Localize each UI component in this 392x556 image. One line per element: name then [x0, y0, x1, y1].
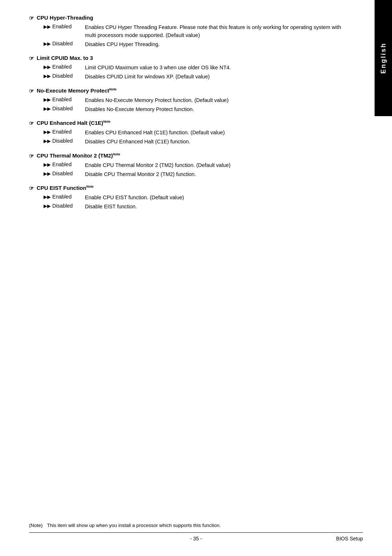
note-superscript: Note	[109, 87, 117, 91]
arrow-icon: ▶▶	[44, 203, 51, 209]
list-item: ▶▶ Enabled Enable CPU Thermal Monitor 2 …	[44, 162, 341, 169]
arrow-icon: ▶▶	[44, 97, 51, 102]
footer-note-text: This item will show up when you install …	[47, 523, 221, 528]
list-item: ▶▶ Enabled Enables No-Execute Memory Pro…	[44, 97, 341, 105]
section-limit-cpuid: ☞ Limit CPUID Max. to 3 ▶▶ Enabled Limit…	[29, 55, 341, 81]
main-content: ☞ CPU Hyper-Threading ▶▶ Enabled Enables…	[29, 15, 341, 211]
section-3-items: ▶▶ Enabled Enables No-Execute Memory Pro…	[44, 97, 341, 114]
section-icon-6: ☞	[29, 185, 34, 192]
footer-note-label: (Note)	[29, 523, 43, 528]
list-item: ▶▶ Disabled Disables CPUID Limit for win…	[44, 73, 341, 81]
list-item: ▶▶ Disabled Disable CPU Thermal Monitor …	[44, 171, 341, 179]
page-number: - 35 -	[140, 536, 252, 541]
item-label: Enabled	[52, 24, 85, 29]
section-icon-4: ☞	[29, 120, 34, 127]
arrow-icon: ▶▶	[44, 64, 51, 70]
list-item: ▶▶ Enabled Enables CPU Enhanced Halt (C1…	[44, 129, 341, 137]
arrow-icon: ▶▶	[44, 24, 51, 29]
list-item: ▶▶ Disabled Disables CPU Hyper Threading…	[44, 41, 341, 49]
list-item: ▶▶ Enabled Enable CPU EIST function. (De…	[44, 194, 341, 202]
section-1-items: ▶▶ Enabled Enables CPU Hyper Threading F…	[44, 24, 341, 48]
footer-note: (Note) This item will show up when you i…	[29, 523, 363, 528]
item-label: Enabled	[52, 97, 85, 102]
arrow-icon: ▶▶	[44, 138, 51, 144]
item-desc: Enables CPU Hyper Threading Feature. Ple…	[85, 24, 341, 40]
section-6-items: ▶▶ Enabled Enable CPU EIST function. (De…	[44, 194, 341, 211]
arrow-icon: ▶▶	[44, 194, 51, 200]
note-superscript: Note	[103, 120, 110, 123]
section-title-5: CPU Thermal Monitor 2 (TM2)Note	[37, 152, 120, 159]
item-label: Disabled	[52, 203, 85, 209]
item-label: Disabled	[52, 106, 85, 111]
section-cpu-eist: ☞ CPU EIST FunctionNote ▶▶ Enabled Enabl…	[29, 185, 341, 211]
section-cpu-enhanced-halt: ☞ CPU Enhanced Halt (C1E)Note ▶▶ Enabled…	[29, 120, 341, 146]
item-desc: Disables No-Execute Memory Protect funct…	[85, 106, 341, 114]
item-desc: Limit CPUID Maximum value to 3 when use …	[85, 64, 341, 72]
arrow-icon: ▶▶	[44, 129, 51, 135]
item-desc: Enable CPU Thermal Monitor 2 (TM2) funct…	[85, 162, 341, 169]
arrow-icon: ▶▶	[44, 162, 51, 167]
item-label: Enabled	[52, 64, 85, 70]
footer-bottom: - 35 - BIOS Setup	[29, 536, 363, 541]
list-item: ▶▶ Enabled Limit CPUID Maximum value to …	[44, 64, 341, 72]
list-item: ▶▶ Disabled Disables CPU Enhanced Halt (…	[44, 138, 341, 146]
item-desc: Enable CPU EIST function. (Default value…	[85, 194, 341, 202]
note-superscript: Note	[113, 152, 120, 156]
section-cpu-thermal-monitor: ☞ CPU Thermal Monitor 2 (TM2)Note ▶▶ Ena…	[29, 152, 341, 179]
item-desc: Disables CPU Hyper Threading.	[85, 41, 341, 49]
list-item: ▶▶ Enabled Enables CPU Hyper Threading F…	[44, 24, 341, 40]
arrow-icon: ▶▶	[44, 41, 51, 46]
section-icon-3: ☞	[29, 88, 34, 94]
arrow-icon: ▶▶	[44, 171, 51, 176]
section-icon-2: ☞	[29, 55, 34, 62]
section-4-items: ▶▶ Enabled Enables CPU Enhanced Halt (C1…	[44, 129, 341, 146]
section-5-items: ▶▶ Enabled Enable CPU Thermal Monitor 2 …	[44, 162, 341, 179]
page-footer: (Note) This item will show up when you i…	[29, 523, 363, 541]
item-desc: Disable CPU Thermal Monitor 2 (TM2) func…	[85, 171, 341, 179]
item-desc: Disables CPUID Limit for windows XP. (De…	[85, 73, 341, 81]
list-item: ▶▶ Disabled Disables No-Execute Memory P…	[44, 106, 341, 114]
section-title-3: No-Execute Memory ProtectNote	[37, 87, 117, 94]
section-icon-5: ☞	[29, 153, 34, 159]
section-title-2: Limit CPUID Max. to 3	[37, 55, 93, 61]
item-label: Enabled	[52, 129, 85, 135]
section-icon-1: ☞	[29, 15, 34, 21]
item-desc: Enables No-Execute Memory Protect functi…	[85, 97, 341, 105]
item-desc: Disables CPU Enhanced Halt (C1E) functio…	[85, 138, 341, 146]
item-label: Disabled	[52, 73, 85, 79]
item-label: Disabled	[52, 171, 85, 176]
item-label: Enabled	[52, 194, 85, 200]
list-item: ▶▶ Disabled Disable EIST function.	[44, 203, 341, 211]
footer-divider	[29, 532, 363, 533]
section-title-6: CPU EIST FunctionNote	[37, 185, 94, 191]
section-title-4: CPU Enhanced Halt (C1E)Note	[37, 120, 110, 126]
footer-right-text: BIOS Setup	[252, 536, 363, 541]
arrow-icon: ▶▶	[44, 73, 51, 79]
section-cpu-hyper-threading: ☞ CPU Hyper-Threading ▶▶ Enabled Enables…	[29, 15, 341, 48]
section-title-1: CPU Hyper-Threading	[37, 15, 93, 21]
section-no-execute: ☞ No-Execute Memory ProtectNote ▶▶ Enabl…	[29, 87, 341, 114]
arrow-icon: ▶▶	[44, 106, 51, 111]
note-superscript: Note	[86, 185, 94, 188]
item-desc: Disable EIST function.	[85, 203, 341, 211]
section-2-items: ▶▶ Enabled Limit CPUID Maximum value to …	[44, 64, 341, 81]
item-label: Enabled	[52, 162, 85, 167]
item-desc: Enables CPU Enhanced Halt (C1E) function…	[85, 129, 341, 137]
item-label: Disabled	[52, 41, 85, 46]
item-label: Disabled	[52, 138, 85, 144]
